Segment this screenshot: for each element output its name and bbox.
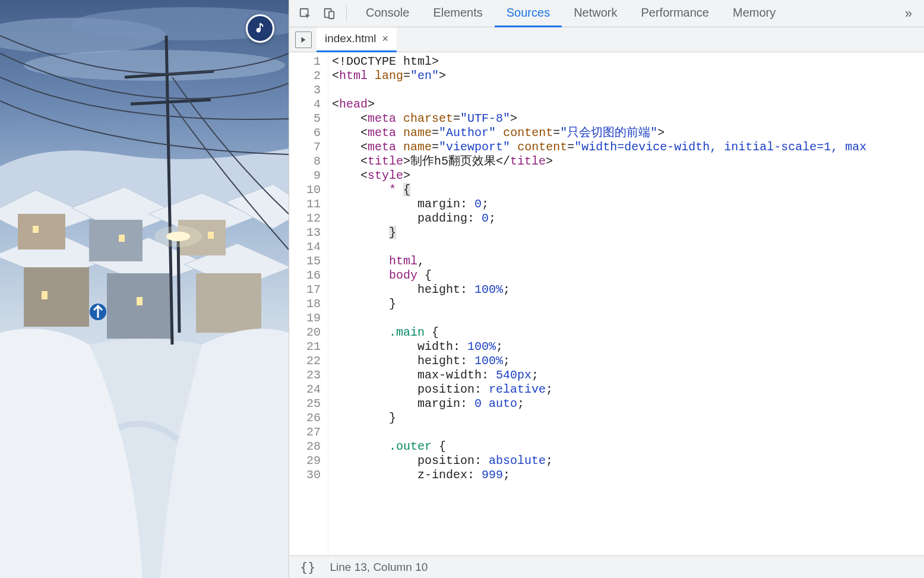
tab-console[interactable]: Console bbox=[354, 0, 421, 27]
svg-rect-7 bbox=[107, 273, 172, 339]
line-number: 13 bbox=[289, 226, 321, 240]
code-line[interactable]: margin: 0 auto; bbox=[332, 397, 924, 411]
svg-line-17 bbox=[178, 238, 179, 333]
music-note-icon bbox=[254, 22, 267, 35]
svg-rect-12 bbox=[42, 291, 48, 299]
more-tabs-button[interactable]: » bbox=[900, 6, 918, 21]
line-number: 3 bbox=[289, 83, 321, 97]
code-line[interactable] bbox=[332, 83, 924, 97]
file-tab-index-html[interactable]: index.html × bbox=[317, 27, 397, 52]
svg-rect-13 bbox=[137, 297, 143, 305]
inspect-element-icon[interactable] bbox=[295, 4, 315, 24]
line-number: 26 bbox=[289, 411, 321, 425]
code-line[interactable]: height: 100%; bbox=[332, 283, 924, 297]
svg-rect-11 bbox=[208, 232, 214, 239]
pretty-print-icon[interactable]: {} bbox=[300, 560, 316, 574]
cursor-position: Line 13, Column 10 bbox=[330, 561, 428, 574]
code-line[interactable]: <meta name="Author" content="只会切图的前端"> bbox=[332, 126, 924, 140]
line-number: 12 bbox=[289, 211, 321, 226]
code-line[interactable] bbox=[332, 425, 924, 440]
code-line[interactable]: <meta name="viewport" content="width=dev… bbox=[332, 140, 924, 154]
code-line[interactable]: html, bbox=[332, 254, 924, 269]
tab-memory[interactable]: Memory bbox=[721, 0, 787, 27]
code-line[interactable]: .outer { bbox=[332, 440, 924, 454]
line-number: 27 bbox=[289, 425, 321, 440]
line-number: 9 bbox=[289, 169, 321, 183]
music-toggle-button[interactable] bbox=[246, 14, 274, 43]
line-number: 30 bbox=[289, 468, 321, 482]
tab-elements[interactable]: Elements bbox=[421, 0, 494, 27]
code-line[interactable]: <html lang="en"> bbox=[332, 69, 924, 83]
line-number: 2 bbox=[289, 69, 321, 83]
line-number: 11 bbox=[289, 197, 321, 211]
scene-illustration bbox=[0, 0, 289, 578]
svg-rect-24 bbox=[329, 11, 334, 18]
line-number: 22 bbox=[289, 354, 321, 368]
code-line[interactable]: } bbox=[332, 411, 924, 425]
svg-rect-6 bbox=[24, 267, 89, 327]
code-line[interactable]: width: 100%; bbox=[332, 340, 924, 354]
line-number: 4 bbox=[289, 97, 321, 112]
line-number: 21 bbox=[289, 340, 321, 354]
code-content[interactable]: <!DOCTYPE html><html lang="en"> <head> <… bbox=[328, 52, 924, 555]
line-number: 20 bbox=[289, 326, 321, 340]
svg-rect-10 bbox=[119, 235, 125, 242]
device-toolbar-icon[interactable] bbox=[319, 4, 339, 24]
separator bbox=[346, 6, 347, 21]
line-number: 15 bbox=[289, 254, 321, 269]
tab-network[interactable]: Network bbox=[562, 0, 629, 27]
code-line[interactable]: <meta charset="UTF-8"> bbox=[332, 112, 924, 126]
line-number: 24 bbox=[289, 383, 321, 397]
code-line[interactable]: <head> bbox=[332, 97, 924, 112]
code-line[interactable]: max-width: 540px; bbox=[332, 368, 924, 383]
code-line[interactable]: <!DOCTYPE html> bbox=[332, 55, 924, 69]
code-line[interactable]: body { bbox=[332, 269, 924, 283]
code-line[interactable]: margin: 0; bbox=[332, 197, 924, 211]
svg-point-21 bbox=[257, 29, 261, 32]
svg-rect-9 bbox=[33, 226, 39, 233]
devtools-tabbar: ConsoleElementsSourcesNetworkPerformance… bbox=[289, 0, 924, 27]
line-number: 8 bbox=[289, 154, 321, 169]
code-line[interactable]: z-index: 999; bbox=[332, 468, 924, 482]
svg-point-19 bbox=[154, 226, 202, 247]
page-preview bbox=[0, 0, 289, 578]
code-editor[interactable]: 1234567891011121314151617181920212223242… bbox=[289, 52, 924, 555]
line-number: 29 bbox=[289, 454, 321, 468]
line-number: 25 bbox=[289, 397, 321, 411]
line-number: 17 bbox=[289, 283, 321, 297]
svg-rect-4 bbox=[89, 220, 143, 261]
svg-rect-3 bbox=[18, 214, 65, 249]
line-number: 7 bbox=[289, 140, 321, 154]
line-number-gutter: 1234567891011121314151617181920212223242… bbox=[289, 52, 328, 555]
navigator-toggle-icon[interactable] bbox=[295, 31, 312, 48]
close-file-icon[interactable]: × bbox=[382, 33, 389, 45]
line-number: 10 bbox=[289, 183, 321, 197]
line-number: 16 bbox=[289, 269, 321, 283]
line-number: 18 bbox=[289, 297, 321, 311]
code-line[interactable]: } bbox=[332, 297, 924, 311]
code-line[interactable]: position: absolute; bbox=[332, 454, 924, 468]
status-bar: {} Line 13, Column 10 bbox=[289, 555, 924, 578]
svg-line-16 bbox=[131, 100, 211, 104]
line-number: 23 bbox=[289, 368, 321, 383]
file-tabbar: index.html × bbox=[289, 27, 924, 52]
devtools-panel: ConsoleElementsSourcesNetworkPerformance… bbox=[289, 0, 924, 578]
code-line[interactable]: } bbox=[332, 226, 924, 240]
code-line[interactable] bbox=[332, 311, 924, 326]
line-number: 14 bbox=[289, 240, 321, 254]
code-line[interactable]: position: relative; bbox=[332, 383, 924, 397]
code-line[interactable]: .main { bbox=[332, 326, 924, 340]
code-line[interactable]: <title>制作h5翻页效果</title> bbox=[332, 154, 924, 169]
svg-rect-8 bbox=[196, 273, 261, 333]
code-line[interactable] bbox=[332, 240, 924, 254]
code-line[interactable]: <style> bbox=[332, 169, 924, 183]
code-line[interactable]: * { bbox=[332, 183, 924, 197]
line-number: 1 bbox=[289, 55, 321, 69]
tab-performance[interactable]: Performance bbox=[629, 0, 722, 27]
code-line[interactable]: padding: 0; bbox=[332, 211, 924, 226]
line-number: 19 bbox=[289, 311, 321, 326]
line-number: 5 bbox=[289, 112, 321, 126]
code-line[interactable]: height: 100%; bbox=[332, 354, 924, 368]
line-number: 28 bbox=[289, 440, 321, 454]
tab-sources[interactable]: Sources bbox=[495, 0, 562, 27]
